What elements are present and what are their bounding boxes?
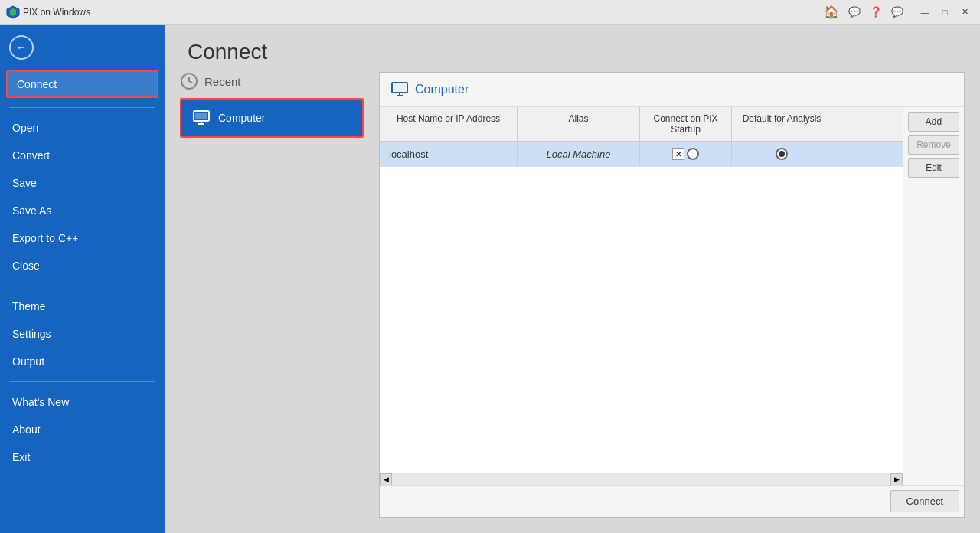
- table-body: localhost Local Machine ✕: [380, 142, 903, 473]
- cell-alias: Local Machine: [518, 142, 640, 166]
- app-title: PIX on Windows: [23, 7, 824, 18]
- svg-rect-4: [195, 113, 207, 119]
- content-area: Recent Computer: [165, 72, 980, 533]
- sidebar-header: ←: [0, 25, 165, 70]
- action-buttons: Add Remove Edit: [903, 107, 964, 485]
- sidebar-divider-3: [9, 381, 155, 382]
- computer-panel-header: Computer: [380, 73, 964, 107]
- computer-panel-icon: [390, 80, 409, 99]
- table-hscroll: ◀ ▶: [380, 473, 903, 485]
- col-startup: Connect on PIX Startup: [640, 107, 732, 141]
- svg-rect-8: [394, 84, 406, 91]
- chat-icon[interactable]: 💬: [888, 5, 906, 20]
- sidebar-item-theme[interactable]: Theme: [0, 293, 165, 320]
- home-icon[interactable]: 🏠: [824, 5, 839, 19]
- back-button[interactable]: ←: [9, 35, 34, 60]
- computer-panel-title: Computer: [415, 83, 469, 96]
- sidebar-item-about[interactable]: About: [0, 416, 165, 443]
- feedback-icon[interactable]: 💬: [845, 5, 864, 20]
- cell-default[interactable]: [732, 142, 831, 166]
- clock-icon: [180, 72, 198, 90]
- main-content: Connect Recent: [165, 25, 980, 533]
- hscroll-left-btn[interactable]: ◀: [380, 473, 392, 486]
- sidebar-item-connect[interactable]: Connect: [6, 70, 158, 98]
- app-body: ← Connect Open Convert Save Save As Expo…: [0, 25, 980, 533]
- startup-radio[interactable]: [687, 148, 699, 160]
- app-icon: [6, 5, 20, 19]
- titlebar: PIX on Windows 🏠 💬 ❓ 💬 — □ ✕: [0, 0, 980, 25]
- sidebar-item-exit[interactable]: Exit: [0, 443, 165, 471]
- recent-panel: Recent Computer: [180, 72, 364, 518]
- edit-button[interactable]: Edit: [908, 158, 959, 178]
- col-alias: Alias: [518, 107, 640, 141]
- startup-checkbox[interactable]: ✕: [672, 148, 684, 160]
- help-icon[interactable]: ❓: [867, 5, 885, 20]
- recent-section-title: Recent: [204, 75, 241, 88]
- sidebar-item-convert[interactable]: Convert: [0, 142, 165, 169]
- sidebar-item-output[interactable]: Output: [0, 348, 165, 375]
- recent-computer-item[interactable]: Computer: [180, 98, 364, 138]
- recent-section-header: Recent: [180, 72, 364, 90]
- computer-icon: [192, 109, 211, 127]
- computer-panel-body: Host Name or IP Address Alias Connect on…: [380, 107, 964, 485]
- col-default: Default for Analysis: [732, 107, 831, 141]
- connect-button[interactable]: Connect: [890, 490, 959, 512]
- sidebar-spacer: [0, 471, 165, 533]
- titlebar-controls: — □ ✕: [916, 5, 974, 20]
- minimize-button[interactable]: —: [916, 5, 934, 20]
- sidebar-item-whats-new[interactable]: What's New: [0, 388, 165, 416]
- computer-item-label: Computer: [218, 112, 265, 124]
- titlebar-actions: 💬 ❓ 💬: [845, 5, 906, 20]
- table-header: Host Name or IP Address Alias Connect on…: [380, 107, 903, 142]
- sidebar-item-save[interactable]: Save: [0, 169, 165, 197]
- page-title: Connect: [165, 25, 980, 72]
- remove-button[interactable]: Remove: [908, 135, 959, 155]
- connect-bottom: Connect: [380, 485, 964, 517]
- col-host: Host Name or IP Address: [380, 107, 518, 141]
- connections-table: Host Name or IP Address Alias Connect on…: [380, 107, 903, 485]
- sidebar-item-settings[interactable]: Settings: [0, 320, 165, 348]
- default-radio[interactable]: [776, 148, 788, 160]
- maximize-button[interactable]: □: [936, 5, 954, 20]
- hscroll-right-btn[interactable]: ▶: [890, 473, 903, 486]
- sidebar-divider-1: [9, 107, 155, 108]
- sidebar-item-open[interactable]: Open: [0, 114, 165, 142]
- sidebar-divider-2: [9, 286, 155, 286]
- hscroll-track[interactable]: [392, 473, 890, 486]
- close-button[interactable]: ✕: [956, 5, 974, 20]
- sidebar-item-close[interactable]: Close: [0, 252, 165, 280]
- add-button[interactable]: Add: [908, 112, 959, 132]
- cell-startup[interactable]: ✕: [640, 142, 732, 166]
- sidebar: ← Connect Open Convert Save Save As Expo…: [0, 25, 165, 533]
- computer-panel: Computer Host Name or IP Address Alias C…: [379, 72, 965, 518]
- table-row[interactable]: localhost Local Machine ✕: [380, 142, 903, 167]
- sidebar-item-save-as[interactable]: Save As: [0, 197, 165, 224]
- cell-host: localhost: [380, 142, 518, 166]
- sidebar-item-export[interactable]: Export to C++: [0, 224, 165, 252]
